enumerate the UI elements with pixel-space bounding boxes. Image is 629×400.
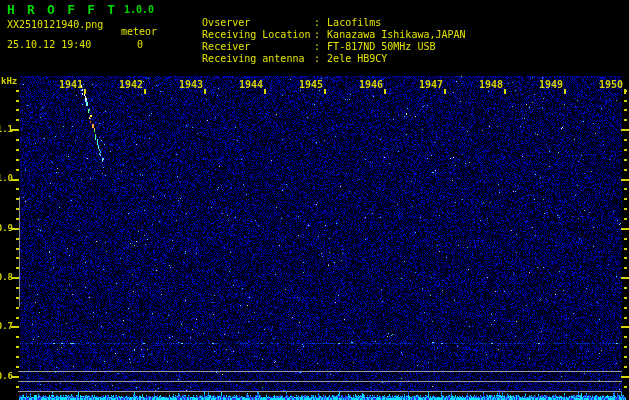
freq-label: 0.7 (0, 321, 13, 331)
freq-label: 0.8 (0, 272, 13, 282)
info-value: 2ele HB9CY (327, 53, 387, 64)
time-label: 1943 (178, 79, 203, 90)
time-label: 1950 (598, 79, 623, 90)
time-label: 1946 (358, 79, 383, 90)
mode-label: meteor (121, 26, 157, 37)
time-label: 1948 (478, 79, 503, 90)
freq-label: 1.0 (0, 173, 13, 183)
meteor-count: 0 (121, 39, 159, 50)
output-filename: XX2510121940.png (7, 19, 103, 30)
hrofft-screen: H R O F F T 1.0.0 XX2510121940.png meteo… (0, 0, 629, 400)
info-row-antenna: Receiving antenna:2ele HB9CY (178, 42, 387, 75)
info-separator: : (314, 53, 327, 64)
freq-label: 1.1 (0, 124, 13, 134)
time-label: 1949 (538, 79, 563, 90)
time-label: 1944 (238, 79, 263, 90)
freq-label: 0.9 (0, 223, 13, 233)
time-label: 1942 (118, 79, 143, 90)
freq-axis-unit: kHz (1, 76, 17, 86)
datetime-label: 25.10.12 19:40 (7, 39, 91, 50)
app-version: 1.0.0 (124, 4, 154, 15)
freq-label: 0.6 (0, 371, 13, 381)
app-title: H R O F F T (7, 2, 117, 17)
time-label: 1941 (58, 79, 83, 90)
info-label: Receiving antenna (202, 53, 314, 64)
time-label: 1947 (418, 79, 443, 90)
time-label: 1945 (298, 79, 323, 90)
